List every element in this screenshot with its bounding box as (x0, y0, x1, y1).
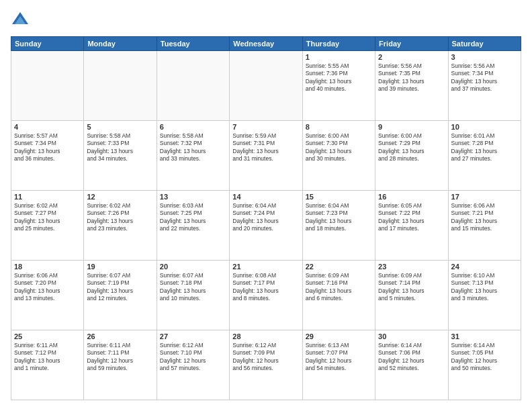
day-number: 10 (451, 123, 518, 131)
calendar-cell: 20Sunrise: 6:07 AM Sunset: 7:18 PM Dayli… (157, 261, 229, 330)
calendar-cell: 5Sunrise: 5:58 AM Sunset: 7:33 PM Daylig… (84, 121, 157, 191)
day-number: 30 (378, 332, 445, 340)
col-header-friday: Friday (375, 37, 448, 51)
calendar-cell: 30Sunrise: 6:14 AM Sunset: 7:06 PM Dayli… (375, 330, 448, 400)
day-number: 15 (306, 193, 372, 201)
day-info: Sunrise: 6:04 AM Sunset: 7:24 PM Dayligh… (232, 202, 299, 233)
week-row-4: 25Sunrise: 6:11 AM Sunset: 7:12 PM Dayli… (11, 330, 521, 400)
calendar-cell: 9Sunrise: 6:00 AM Sunset: 7:29 PM Daylig… (375, 121, 448, 191)
day-number: 29 (306, 332, 372, 340)
day-info: Sunrise: 5:59 AM Sunset: 7:31 PM Dayligh… (232, 132, 299, 163)
calendar-cell: 24Sunrise: 6:10 AM Sunset: 7:13 PM Dayli… (448, 261, 521, 330)
day-number: 23 (378, 263, 445, 271)
day-number: 16 (378, 193, 445, 201)
page: SundayMondayTuesdayWednesdayThursdayFrid… (0, 0, 532, 411)
logo-icon (11, 11, 30, 30)
calendar-cell: 6Sunrise: 5:58 AM Sunset: 7:32 PM Daylig… (157, 121, 229, 191)
day-info: Sunrise: 6:00 AM Sunset: 7:29 PM Dayligh… (378, 132, 445, 163)
calendar-cell: 17Sunrise: 6:06 AM Sunset: 7:21 PM Dayli… (448, 191, 521, 261)
day-info: Sunrise: 6:09 AM Sunset: 7:16 PM Dayligh… (306, 272, 372, 303)
day-info: Sunrise: 6:00 AM Sunset: 7:30 PM Dayligh… (306, 132, 372, 163)
day-number: 22 (306, 263, 372, 271)
day-number: 24 (451, 263, 518, 271)
calendar-cell: 29Sunrise: 6:13 AM Sunset: 7:07 PM Dayli… (302, 330, 375, 400)
calendar-cell: 16Sunrise: 6:05 AM Sunset: 7:22 PM Dayli… (375, 191, 448, 261)
calendar-cell (84, 51, 157, 121)
day-info: Sunrise: 5:55 AM Sunset: 7:36 PM Dayligh… (306, 62, 372, 93)
day-number: 9 (378, 123, 445, 131)
day-info: Sunrise: 6:02 AM Sunset: 7:26 PM Dayligh… (87, 202, 153, 233)
day-number: 13 (160, 193, 226, 201)
col-header-thursday: Thursday (302, 37, 375, 51)
day-info: Sunrise: 6:12 AM Sunset: 7:10 PM Dayligh… (160, 342, 226, 373)
day-number: 5 (87, 123, 153, 131)
day-number: 3 (451, 53, 518, 61)
calendar-cell: 26Sunrise: 6:11 AM Sunset: 7:11 PM Dayli… (84, 330, 157, 400)
day-info: Sunrise: 6:09 AM Sunset: 7:14 PM Dayligh… (378, 272, 445, 303)
day-number: 18 (14, 263, 81, 271)
day-info: Sunrise: 6:11 AM Sunset: 7:11 PM Dayligh… (87, 342, 153, 373)
calendar-cell: 8Sunrise: 6:00 AM Sunset: 7:30 PM Daylig… (302, 121, 375, 191)
day-number: 6 (160, 123, 226, 131)
col-header-saturday: Saturday (448, 37, 521, 51)
week-row-3: 18Sunrise: 6:06 AM Sunset: 7:20 PM Dayli… (11, 261, 521, 330)
calendar-cell: 7Sunrise: 5:59 AM Sunset: 7:31 PM Daylig… (230, 121, 302, 191)
calendar-cell: 14Sunrise: 6:04 AM Sunset: 7:24 PM Dayli… (230, 191, 302, 261)
day-number: 20 (160, 263, 226, 271)
col-header-sunday: Sunday (11, 37, 84, 51)
col-header-wednesday: Wednesday (230, 37, 302, 51)
calendar-cell: 10Sunrise: 6:01 AM Sunset: 7:28 PM Dayli… (448, 121, 521, 191)
day-info: Sunrise: 5:56 AM Sunset: 7:35 PM Dayligh… (378, 62, 445, 93)
day-info: Sunrise: 6:01 AM Sunset: 7:28 PM Dayligh… (451, 132, 518, 163)
day-info: Sunrise: 6:13 AM Sunset: 7:07 PM Dayligh… (306, 342, 372, 373)
day-number: 31 (451, 332, 518, 340)
day-info: Sunrise: 6:06 AM Sunset: 7:21 PM Dayligh… (451, 202, 518, 233)
day-number: 11 (14, 193, 81, 201)
calendar-cell: 23Sunrise: 6:09 AM Sunset: 7:14 PM Dayli… (375, 261, 448, 330)
calendar-cell (157, 51, 229, 121)
week-row-1: 4Sunrise: 5:57 AM Sunset: 7:34 PM Daylig… (11, 121, 521, 191)
day-info: Sunrise: 6:03 AM Sunset: 7:25 PM Dayligh… (160, 202, 226, 233)
day-number: 2 (378, 53, 445, 61)
calendar-cell: 13Sunrise: 6:03 AM Sunset: 7:25 PM Dayli… (157, 191, 229, 261)
day-info: Sunrise: 5:58 AM Sunset: 7:32 PM Dayligh… (160, 132, 226, 163)
day-info: Sunrise: 5:58 AM Sunset: 7:33 PM Dayligh… (87, 132, 153, 163)
calendar-cell: 21Sunrise: 6:08 AM Sunset: 7:17 PM Dayli… (230, 261, 302, 330)
day-info: Sunrise: 6:07 AM Sunset: 7:19 PM Dayligh… (87, 272, 153, 303)
day-info: Sunrise: 6:05 AM Sunset: 7:22 PM Dayligh… (378, 202, 445, 233)
calendar-cell: 28Sunrise: 6:12 AM Sunset: 7:09 PM Dayli… (230, 330, 302, 400)
day-info: Sunrise: 6:12 AM Sunset: 7:09 PM Dayligh… (232, 342, 299, 373)
week-row-2: 11Sunrise: 6:02 AM Sunset: 7:27 PM Dayli… (11, 191, 521, 261)
day-info: Sunrise: 6:10 AM Sunset: 7:13 PM Dayligh… (451, 272, 518, 303)
day-info: Sunrise: 5:56 AM Sunset: 7:34 PM Dayligh… (451, 62, 518, 93)
calendar-cell: 1Sunrise: 5:55 AM Sunset: 7:36 PM Daylig… (302, 51, 375, 121)
day-info: Sunrise: 6:07 AM Sunset: 7:18 PM Dayligh… (160, 272, 226, 303)
day-number: 4 (14, 123, 81, 131)
day-info: Sunrise: 6:11 AM Sunset: 7:12 PM Dayligh… (14, 342, 81, 373)
day-info: Sunrise: 6:14 AM Sunset: 7:05 PM Dayligh… (451, 342, 518, 373)
day-number: 7 (232, 123, 299, 131)
calendar-cell: 31Sunrise: 6:14 AM Sunset: 7:05 PM Dayli… (448, 330, 521, 400)
calendar-cell: 2Sunrise: 5:56 AM Sunset: 7:35 PM Daylig… (375, 51, 448, 121)
logo (11, 11, 32, 30)
day-info: Sunrise: 6:02 AM Sunset: 7:27 PM Dayligh… (14, 202, 81, 233)
calendar-cell: 15Sunrise: 6:04 AM Sunset: 7:23 PM Dayli… (302, 191, 375, 261)
calendar-cell: 18Sunrise: 6:06 AM Sunset: 7:20 PM Dayli… (11, 261, 84, 330)
day-info: Sunrise: 5:57 AM Sunset: 7:34 PM Dayligh… (14, 132, 81, 163)
header (11, 11, 521, 30)
day-number: 25 (14, 332, 81, 340)
calendar-table: SundayMondayTuesdayWednesdayThursdayFrid… (11, 36, 521, 400)
day-info: Sunrise: 6:08 AM Sunset: 7:17 PM Dayligh… (232, 272, 299, 303)
day-number: 1 (306, 53, 372, 61)
day-info: Sunrise: 6:14 AM Sunset: 7:06 PM Dayligh… (378, 342, 445, 373)
calendar-cell (11, 51, 84, 121)
calendar-cell: 4Sunrise: 5:57 AM Sunset: 7:34 PM Daylig… (11, 121, 84, 191)
week-row-0: 1Sunrise: 5:55 AM Sunset: 7:36 PM Daylig… (11, 51, 521, 121)
day-number: 19 (87, 263, 153, 271)
calendar-cell: 3Sunrise: 5:56 AM Sunset: 7:34 PM Daylig… (448, 51, 521, 121)
day-number: 26 (87, 332, 153, 340)
calendar-cell: 22Sunrise: 6:09 AM Sunset: 7:16 PM Dayli… (302, 261, 375, 330)
calendar-cell (230, 51, 302, 121)
day-info: Sunrise: 6:04 AM Sunset: 7:23 PM Dayligh… (306, 202, 372, 233)
day-number: 17 (451, 193, 518, 201)
